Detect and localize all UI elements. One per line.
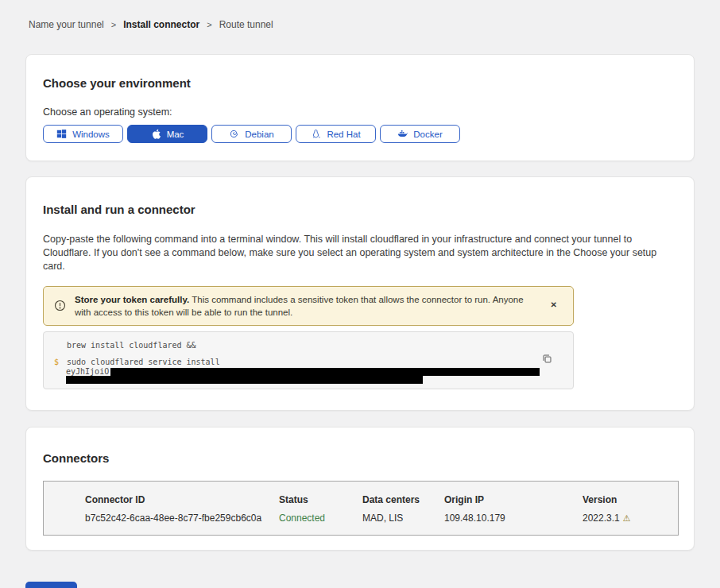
next-button[interactable]: Next xyxy=(25,582,77,588)
status-badge: Connected xyxy=(279,513,362,524)
header-connector-id: Connector ID xyxy=(85,494,279,505)
breadcrumb-step-install-connector[interactable]: Install connector xyxy=(123,19,199,30)
install-description: Copy-paste the following command into a … xyxy=(43,233,677,273)
code-line-brew: brew install cloudflared && xyxy=(44,342,573,350)
code-line-sudo: $sudo cloudflared service install xyxy=(44,358,573,366)
breadcrumb-separator: > xyxy=(207,20,211,29)
install-connector-card: Install and run a connector Copy-paste t… xyxy=(25,176,695,411)
table-row: b7c52c42-6caa-48ee-8c77-fbe259cb6c0a Con… xyxy=(44,505,678,524)
os-button-windows[interactable]: Windows xyxy=(43,125,123,143)
version-value: 2022.3.1 ⚠ xyxy=(583,513,678,524)
token-prefix: eyJhIjoiO xyxy=(66,367,109,376)
version-warning-icon: ⚠ xyxy=(623,513,631,524)
breadcrumb-step-name-your-tunnel[interactable]: Name your tunnel xyxy=(29,19,104,30)
os-button-mac[interactable]: Mac xyxy=(127,125,207,143)
debian-swirl-icon xyxy=(229,129,239,139)
apple-icon xyxy=(151,129,161,139)
install-command-codeblock: brew install cloudflared && $sudo cloudf… xyxy=(43,331,574,389)
environment-card-title: Choose your environment xyxy=(43,76,677,90)
os-button-debian[interactable]: Debian xyxy=(211,125,292,143)
os-select-label: Choose an operating system: xyxy=(43,106,677,118)
header-origin-ip: Origin IP xyxy=(444,494,583,505)
header-version: Version xyxy=(583,494,678,505)
windows-icon xyxy=(56,129,67,139)
copy-icon[interactable] xyxy=(542,354,552,366)
os-button-label: Debian xyxy=(245,130,273,139)
os-button-label: Mac xyxy=(167,130,184,139)
install-card-title: Install and run a connector xyxy=(43,203,677,216)
docker-whale-icon xyxy=(397,129,408,139)
data-centers-value: MAD, LIS xyxy=(362,513,444,524)
breadcrumb-separator: > xyxy=(111,20,116,29)
redhat-icon xyxy=(311,129,321,139)
token-warning-text: Store your token carefully. This command… xyxy=(75,293,536,319)
token-warning-bold: Store your token carefully. xyxy=(75,295,189,304)
code-line-token-2 xyxy=(44,376,573,384)
redaction-bar xyxy=(66,376,423,384)
header-status: Status xyxy=(279,494,362,505)
os-button-label: Docker xyxy=(413,130,442,139)
os-button-redhat[interactable]: Red Hat xyxy=(296,125,376,143)
shell-prompt: $ xyxy=(54,358,67,366)
token-warning-banner: Store your token carefully. This command… xyxy=(43,286,574,326)
breadcrumb: Name your tunnel > Install connector > R… xyxy=(0,0,720,30)
connectors-card-title: Connectors xyxy=(43,451,677,465)
close-icon[interactable]: ✕ xyxy=(551,300,557,309)
os-button-label: Windows xyxy=(72,130,110,139)
connectors-card: Connectors Connector ID Status Data cent… xyxy=(25,427,695,551)
redaction-bar xyxy=(110,368,540,376)
os-button-docker[interactable]: Docker xyxy=(380,125,460,143)
origin-ip-value: 109.48.10.179 xyxy=(444,513,583,524)
alert-circle-icon xyxy=(54,300,66,311)
os-button-label: Red Hat xyxy=(327,130,360,139)
code-line-token: eyJhIjoiO xyxy=(44,367,573,376)
breadcrumb-step-route-tunnel[interactable]: Route tunnel xyxy=(219,19,273,30)
connector-id-value: b7c52c42-6caa-48ee-8c77-fbe259cb6c0a xyxy=(85,513,279,524)
header-data-centers: Data centers xyxy=(362,494,444,505)
os-button-group: Windows Mac Debian Red Hat Docker xyxy=(43,125,677,143)
connectors-table: Connector ID Status Data centers Origin … xyxy=(43,481,679,536)
choose-environment-card: Choose your environment Choose an operat… xyxy=(25,54,695,161)
connectors-table-header: Connector ID Status Data centers Origin … xyxy=(44,482,678,505)
